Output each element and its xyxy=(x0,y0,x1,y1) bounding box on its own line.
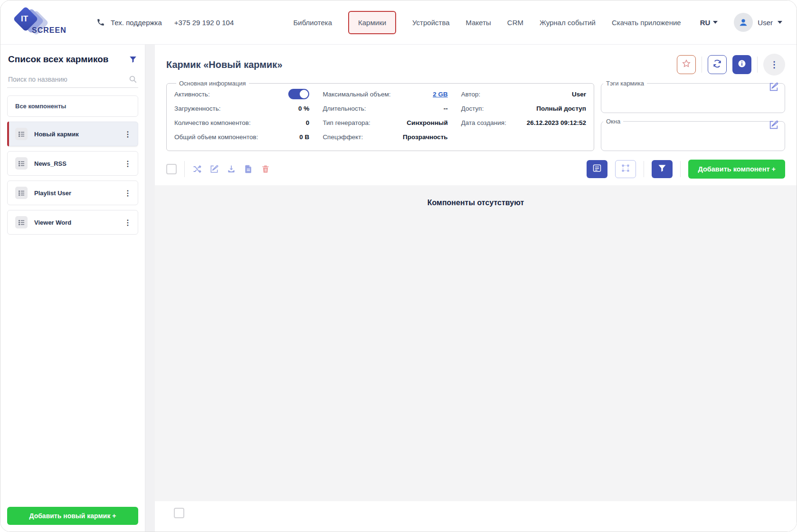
select-all-checkbox[interactable] xyxy=(166,164,177,174)
info-row-effect: Спецэффект: Прозрачность xyxy=(323,130,447,144)
effect-label: Спецэффект: xyxy=(323,133,363,141)
list-icon xyxy=(15,157,28,170)
trash-icon[interactable] xyxy=(261,164,270,174)
author-value: User xyxy=(572,91,586,98)
sidebar-item-novyj-karmik[interactable]: Новый кармик ⋮ xyxy=(7,122,138,146)
karmik-list-sidebar: Список всех кармиков Все компоненты Новы… xyxy=(0,45,145,532)
logo-screen-text: SCREEN xyxy=(32,26,66,35)
more-options-button[interactable]: ⋮ xyxy=(763,54,785,76)
header-actions: ⋮ xyxy=(677,54,785,76)
info-col-3: Автор: User Доступ: Полный доступ Дата с… xyxy=(461,87,586,144)
components-empty-area: Компоненты отсутствуют xyxy=(155,185,797,501)
file-export-icon[interactable] xyxy=(244,164,253,174)
duration-label: Длительность: xyxy=(323,105,366,112)
access-label: Доступ: xyxy=(461,105,484,112)
sidebar-item-all-components[interactable]: Все компоненты xyxy=(7,95,138,117)
info-row-activity: Активность: xyxy=(174,87,309,101)
logo-it-text: IT xyxy=(21,14,28,24)
filter-components-button[interactable] xyxy=(652,160,673,178)
sidebar-search xyxy=(7,72,138,88)
info-row-author: Автор: User xyxy=(461,87,586,101)
divider xyxy=(644,161,644,177)
author-label: Автор: xyxy=(461,91,481,98)
info-icon xyxy=(737,59,747,70)
nav-item-karmiki[interactable]: Кармики xyxy=(348,11,396,34)
support-label: Тех. поддержка xyxy=(111,19,162,27)
favorite-button[interactable] xyxy=(677,55,696,74)
main-info-fieldset: Основная информация Активность: Загружен… xyxy=(166,80,594,151)
divider xyxy=(702,57,702,73)
select-all-checkbox-bottom[interactable] xyxy=(174,508,184,518)
total-size-value: 0 B xyxy=(299,133,309,141)
info-button[interactable] xyxy=(732,55,751,74)
kebab-menu-icon[interactable]: ⋮ xyxy=(123,130,133,139)
activity-toggle[interactable] xyxy=(288,89,309,99)
support-phone[interactable]: +375 29 192 0 104 xyxy=(174,19,234,27)
max-size-link[interactable]: 2 GB xyxy=(433,91,448,98)
kebab-menu-icon[interactable]: ⋮ xyxy=(123,218,133,227)
karmik-tags-legend: Тэги кармика xyxy=(603,80,647,87)
main-nav: Библиотека Кармики Устройства Макеты CRM… xyxy=(293,11,782,34)
effect-value: Прозрачность xyxy=(403,133,448,141)
app-logo[interactable]: IT SCREEN xyxy=(11,9,63,36)
kebab-menu-icon[interactable]: ⋮ xyxy=(123,159,133,168)
list-view-button[interactable] xyxy=(587,160,607,178)
filter-icon[interactable] xyxy=(129,55,137,64)
nav-item-crm[interactable]: CRM xyxy=(507,19,523,27)
chevron-down-icon xyxy=(778,21,782,24)
info-row: Основная информация Активность: Загружен… xyxy=(166,80,785,151)
app-window: IT SCREEN Тех. поддержка +375 29 192 0 1… xyxy=(0,0,797,532)
page-title: Кармик «Новый кармик» xyxy=(166,59,283,70)
generator-type-value: Синхронный xyxy=(407,119,447,126)
search-input[interactable] xyxy=(8,76,129,83)
info-row-total-size: Общий объем компонентов: 0 B xyxy=(174,130,309,144)
windows-legend: Окна xyxy=(603,118,623,125)
component-count-label: Количество компонентов: xyxy=(174,119,251,126)
total-size-label: Общий объем компонентов: xyxy=(174,133,258,141)
add-component-button[interactable]: Добавить компонент + xyxy=(688,160,785,179)
shuffle-icon[interactable] xyxy=(192,164,202,174)
divider xyxy=(184,161,185,177)
divider xyxy=(680,161,681,177)
scheme-view-button[interactable] xyxy=(615,160,636,178)
download-icon[interactable] xyxy=(227,164,236,174)
nav-item-library[interactable]: Библиотека xyxy=(293,19,332,27)
refresh-icon xyxy=(712,59,722,70)
user-menu[interactable]: User xyxy=(734,13,782,32)
activity-label: Активность: xyxy=(174,91,210,98)
access-value: Полный доступ xyxy=(536,105,586,112)
sidebar-item-playlist-user[interactable]: Playlist User ⋮ xyxy=(7,180,138,205)
karmik-list: Все компоненты Новый кармик ⋮ News_RSS ⋮ xyxy=(7,95,138,507)
info-row-access: Доступ: Полный доступ xyxy=(461,101,586,115)
add-karmik-button[interactable]: Добавить новый кармик + xyxy=(7,507,138,525)
info-row-duration: Длительность: -- xyxy=(323,101,447,115)
info-col-2: Максимальный объем: 2 GB Длительность: -… xyxy=(323,87,447,144)
kebab-menu-icon[interactable]: ⋮ xyxy=(123,189,133,198)
nav-item-devices[interactable]: Устройства xyxy=(412,19,449,27)
nav-item-download-app[interactable]: Скачать приложение xyxy=(612,19,681,27)
nav-item-layouts[interactable]: Макеты xyxy=(466,19,491,27)
sidebar-title: Список всех кармиков xyxy=(8,54,109,65)
empty-state-message: Компоненты отсутствуют xyxy=(155,199,797,207)
nav-item-event-log[interactable]: Журнал событий xyxy=(540,19,596,27)
created-value: 26.12.2023 09:12:52 xyxy=(527,119,586,126)
edit-icon[interactable] xyxy=(209,164,219,174)
created-label: Дата создания: xyxy=(461,119,506,126)
info-row-generator-type: Тип генератора: Синхронный xyxy=(323,115,447,130)
refresh-button[interactable] xyxy=(708,55,727,74)
edit-tags-icon[interactable] xyxy=(769,82,779,92)
load-label: Загруженность: xyxy=(174,105,221,112)
sidebar-item-news-rss[interactable]: News_RSS ⋮ xyxy=(7,151,138,176)
info-row-component-count: Количество компонентов: 0 xyxy=(174,115,309,130)
generator-type-label: Тип генератора: xyxy=(323,119,370,126)
windows-fieldset: Окна xyxy=(601,118,785,151)
duration-value: -- xyxy=(444,105,448,112)
language-selector[interactable]: RU xyxy=(700,19,718,27)
sidebar-item-viewer-word[interactable]: Viewer Word ⋮ xyxy=(7,210,138,235)
component-count-value: 0 xyxy=(306,119,310,126)
edit-windows-icon[interactable] xyxy=(769,120,779,130)
divider xyxy=(757,57,758,73)
list-icon xyxy=(15,187,28,199)
search-icon xyxy=(129,75,137,84)
content-area: Список всех кармиков Все компоненты Новы… xyxy=(0,44,797,532)
